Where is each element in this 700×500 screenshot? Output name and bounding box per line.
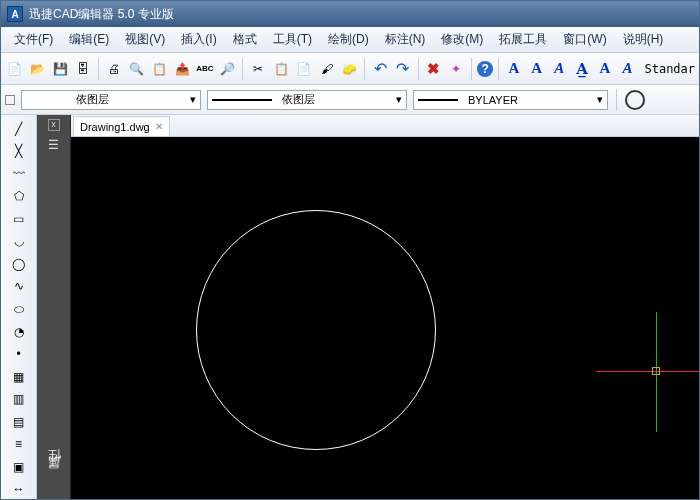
mtext-tool-icon[interactable]: ≡ xyxy=(8,434,30,454)
menu-bar: 文件(F) 编辑(E) 视图(V) 插入(I) 格式 工具(T) 绘制(D) 标… xyxy=(1,27,699,53)
text-style-a6-icon[interactable]: A xyxy=(618,59,638,79)
layer-combo[interactable]: 依图层 ▾ xyxy=(21,90,201,110)
crosshair-pickbox xyxy=(652,367,660,375)
preview-icon[interactable]: 🔍 xyxy=(127,59,147,79)
document-tabstrip: Drawing1.dwg ✕ xyxy=(71,115,699,137)
text-style-a4-icon[interactable]: A̲ xyxy=(572,59,592,79)
table-tool-icon[interactable]: ▤ xyxy=(8,412,30,432)
rect-tool-icon[interactable]: ▭ xyxy=(8,209,30,229)
panel-title: 属性 xyxy=(45,467,63,479)
chevron-down-icon: ▾ xyxy=(190,93,196,106)
line-tool-icon[interactable]: ╱ xyxy=(8,119,30,139)
earc-tool-icon[interactable]: ◔ xyxy=(8,322,30,342)
panel-menu-icon[interactable]: ☰ xyxy=(44,135,64,155)
circle-swatch-icon[interactable] xyxy=(625,90,645,110)
text-style-a5-icon[interactable]: A xyxy=(595,59,615,79)
spline-tool-icon[interactable]: ∿ xyxy=(8,277,30,297)
color-swatch[interactable] xyxy=(5,95,15,105)
document-tab[interactable]: Drawing1.dwg ✕ xyxy=(73,116,170,136)
canvas-area: Drawing1.dwg ✕ xyxy=(71,115,699,499)
save-icon[interactable]: 💾 xyxy=(51,59,71,79)
purge-icon[interactable]: ✦ xyxy=(446,59,466,79)
text-style-a1-icon[interactable]: A xyxy=(504,59,524,79)
arc-tool-icon[interactable]: ◡ xyxy=(8,232,30,252)
plot-icon[interactable]: 📋 xyxy=(149,59,169,79)
menu-window[interactable]: 窗口(W) xyxy=(556,28,613,51)
lineweight-combo-label: BYLAYER xyxy=(468,94,518,106)
redo-icon[interactable]: ↷ xyxy=(393,59,413,79)
menu-file[interactable]: 文件(F) xyxy=(7,28,60,51)
separator xyxy=(242,58,243,80)
menu-modify[interactable]: 修改(M) xyxy=(434,28,490,51)
saveall-icon[interactable]: 🗄 xyxy=(73,59,93,79)
layer-toolbar: 依图层 ▾ 依图层 ▾ BYLAYER ▾ xyxy=(1,85,699,115)
properties-panel: x ☰ 属性 xyxy=(37,115,71,499)
pline-tool-icon[interactable]: 〰 xyxy=(8,164,30,184)
menu-format[interactable]: 格式 xyxy=(226,28,264,51)
drawn-circle[interactable] xyxy=(196,210,436,450)
app-logo-icon: A xyxy=(7,6,23,22)
paste-icon[interactable]: 📄 xyxy=(294,59,314,79)
ellipse-tool-icon[interactable]: ⬭ xyxy=(8,299,30,319)
cut-icon[interactable]: ✂ xyxy=(248,59,268,79)
work-area: ╱ ╳ 〰 ⬠ ▭ ◡ ◯ ∿ ⬭ ◔ • ▦ ▥ ▤ ≡ ▣ ↔ x ☰ 属性 xyxy=(1,115,699,499)
draw-toolbar: ╱ ╳ 〰 ⬠ ▭ ◡ ◯ ∿ ⬭ ◔ • ▦ ▥ ▤ ≡ ▣ ↔ xyxy=(1,115,37,499)
print-icon[interactable]: 🖨 xyxy=(104,59,124,79)
text-style-label: Standar xyxy=(644,62,695,76)
polygon-tool-icon[interactable]: ⬠ xyxy=(8,187,30,207)
app-title: 迅捷CAD编辑器 5.0 专业版 xyxy=(29,6,174,23)
region-tool-icon[interactable]: ▥ xyxy=(8,389,30,409)
app-window: A 迅捷CAD编辑器 5.0 专业版 文件(F) 编辑(E) 视图(V) 插入(… xyxy=(0,0,700,500)
title-bar[interactable]: A 迅捷CAD编辑器 5.0 专业版 xyxy=(1,1,699,27)
text-style-a3-icon[interactable]: A xyxy=(549,59,569,79)
menu-dimension[interactable]: 标注(N) xyxy=(378,28,433,51)
drawing-canvas[interactable] xyxy=(71,137,699,499)
text-style-a2-icon[interactable]: A xyxy=(527,59,547,79)
standard-toolbar: 📄 📂 💾 🗄 🖨 🔍 📋 📤 ABC 🔎 ✂ 📋 📄 🖌 🧽 ↶ ↷ ✖ ✦ … xyxy=(1,53,699,85)
separator xyxy=(98,58,99,80)
crosshair-horizontal xyxy=(596,371,699,372)
separator xyxy=(616,89,617,111)
publish-icon[interactable]: 📤 xyxy=(172,59,192,79)
point-tool-icon[interactable]: • xyxy=(8,344,30,364)
help-icon[interactable]: ? xyxy=(477,61,493,77)
cancel-icon[interactable]: ✖ xyxy=(424,59,444,79)
menu-ext[interactable]: 拓展工具 xyxy=(492,28,554,51)
open-icon[interactable]: 📂 xyxy=(28,59,48,79)
spell-icon[interactable]: ABC xyxy=(195,59,215,79)
menu-view[interactable]: 视图(V) xyxy=(118,28,172,51)
erase-icon[interactable]: 🧽 xyxy=(339,59,359,79)
menu-insert[interactable]: 插入(I) xyxy=(174,28,223,51)
dim-tool-icon[interactable]: ↔ xyxy=(8,480,30,500)
menu-tools[interactable]: 工具(T) xyxy=(266,28,319,51)
chevron-down-icon: ▾ xyxy=(597,93,603,106)
menu-draw[interactable]: 绘制(D) xyxy=(321,28,376,51)
separator xyxy=(471,58,472,80)
tab-close-icon[interactable]: ✕ xyxy=(155,121,163,132)
copy-icon[interactable]: 📋 xyxy=(271,59,291,79)
chevron-down-icon: ▾ xyxy=(396,93,402,106)
new-icon[interactable]: 📄 xyxy=(5,59,25,79)
xline-tool-icon[interactable]: ╳ xyxy=(8,142,30,162)
separator xyxy=(364,58,365,80)
document-tab-label: Drawing1.dwg xyxy=(80,121,150,133)
circle-tool-icon[interactable]: ◯ xyxy=(8,254,30,274)
separator xyxy=(418,58,419,80)
menu-help[interactable]: 说明(H) xyxy=(616,28,671,51)
find-icon[interactable]: 🔎 xyxy=(218,59,238,79)
linetype-combo[interactable]: 依图层 ▾ xyxy=(207,90,407,110)
menu-edit[interactable]: 编辑(E) xyxy=(62,28,116,51)
undo-icon[interactable]: ↶ xyxy=(370,59,390,79)
hatch-tool-icon[interactable]: ▦ xyxy=(8,367,30,387)
lineweight-swatch xyxy=(418,99,458,101)
linetype-combo-label: 依图层 xyxy=(282,92,315,107)
linetype-swatch xyxy=(212,99,272,101)
block-tool-icon[interactable]: ▣ xyxy=(8,457,30,477)
lineweight-combo[interactable]: BYLAYER ▾ xyxy=(413,90,608,110)
layer-combo-label: 依图层 xyxy=(76,92,109,107)
separator xyxy=(498,58,499,80)
match-icon[interactable]: 🖌 xyxy=(317,59,337,79)
panel-close-icon[interactable]: x xyxy=(48,119,60,131)
